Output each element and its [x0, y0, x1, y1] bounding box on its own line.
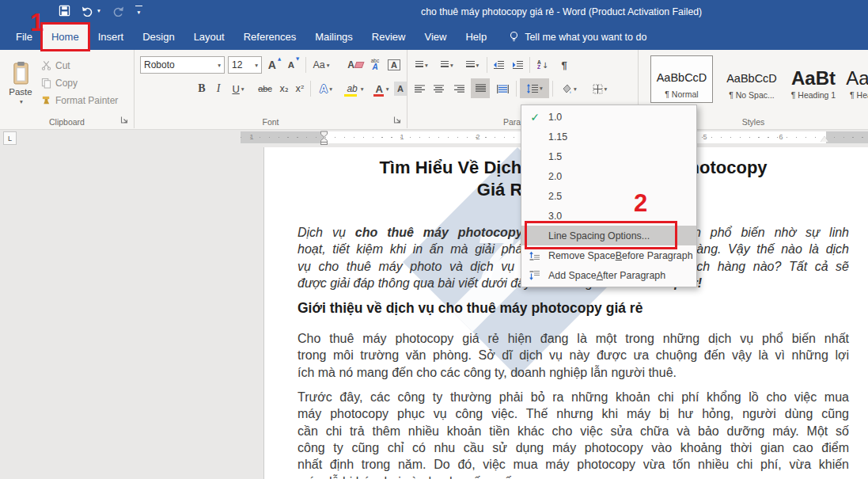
subscript-button[interactable]: x₂: [277, 80, 291, 97]
tell-me-box[interactable]: Tell me what you want to do: [509, 24, 646, 50]
scissors-icon: [41, 60, 51, 70]
clipboard-group-label: Clipboard: [0, 117, 134, 127]
highlight-dropdown-icon: ▾: [361, 86, 364, 93]
change-case-button[interactable]: Aa▾: [309, 56, 333, 74]
decrease-indent-button[interactable]: [490, 56, 507, 74]
align-left-icon: [415, 85, 425, 93]
italic-button[interactable]: I: [212, 80, 225, 97]
style-heading1[interactable]: AaBt ¶ Heading 1: [789, 55, 838, 103]
font-color-button[interactable]: A▾: [370, 80, 392, 97]
menu-item-add-space-after[interactable]: Add Space After Paragraph: [521, 265, 696, 285]
clipboard-dialog-launcher-icon[interactable]: [120, 116, 129, 124]
font-size-combo[interactable]: 12 ▾: [228, 56, 262, 74]
tab-layout[interactable]: Layout: [184, 24, 234, 50]
text-highlight-button[interactable]: ab▾: [342, 80, 367, 97]
style-no-spacing[interactable]: AaBbCcD ¶ No Spac...: [717, 55, 787, 103]
align-left-button[interactable]: [411, 80, 428, 97]
numbering-button[interactable]: ▾: [436, 56, 458, 74]
format-painter-label: Format Painter: [55, 95, 118, 106]
tab-references[interactable]: References: [234, 24, 305, 50]
multilevel-list-button[interactable]: ▾: [461, 56, 483, 74]
indent-markers-icon[interactable]: [320, 131, 328, 145]
menu-item-2.0[interactable]: 2.0: [521, 166, 696, 186]
tab-home[interactable]: Home: [42, 24, 89, 50]
paste-dropdown-icon[interactable]: ▾: [20, 98, 23, 105]
tab-help[interactable]: Help: [456, 24, 496, 50]
font-name-combo[interactable]: Roboto ▾: [140, 56, 225, 74]
tab-selector[interactable]: L: [3, 131, 17, 145]
multilevel-list-icon: [466, 61, 475, 69]
align-right-icon: [454, 85, 464, 93]
align-right-button[interactable]: [450, 80, 468, 97]
character-shading-button[interactable]: A: [394, 82, 407, 96]
menu-item-1.5[interactable]: 1.5: [521, 146, 696, 166]
customize-quick-access-icon[interactable]: ▾: [135, 6, 142, 17]
clear-formatting-button[interactable]: A: [347, 56, 364, 74]
distribute-button[interactable]: [493, 80, 512, 97]
line-spacing-button[interactable]: ▾: [520, 78, 549, 98]
style-no-spacing-preview: AaBbCcD: [726, 67, 777, 90]
menu-item-1.15[interactable]: 1.15: [521, 127, 696, 146]
font-color-bar: [373, 94, 384, 97]
style-heading1-label: ¶ Heading 1: [791, 90, 836, 100]
right-indent-marker[interactable]: [821, 136, 828, 142]
bullets-button[interactable]: ▾: [411, 56, 433, 74]
shrink-font-button[interactable]: A▼: [285, 56, 302, 74]
underline-button[interactable]: U▾: [226, 80, 250, 97]
ruler-number: 5: [703, 133, 707, 141]
eraser-icon: [354, 62, 364, 68]
font-name-dropdown-icon[interactable]: ▾: [218, 62, 221, 69]
paste-button[interactable]: Paste ▾: [5, 55, 36, 112]
ruler-number: 1: [400, 133, 404, 141]
grow-font-icon: ▲: [278, 56, 281, 61]
copy-icon: [41, 78, 51, 89]
cut-button[interactable]: Cut: [41, 59, 70, 72]
format-painter-button[interactable]: Format Painter: [41, 93, 118, 107]
copy-label: Copy: [55, 78, 78, 89]
increase-indent-icon: [512, 60, 524, 70]
borders-button[interactable]: ▾: [586, 80, 613, 97]
window-title: cho thuê máy photocopy giá rẻ - Word (Pr…: [421, 6, 702, 17]
show-hide-pilcrow-button[interactable]: ¶: [556, 56, 572, 74]
grow-font-button[interactable]: A▲: [266, 56, 283, 74]
font-size-dropdown-icon[interactable]: ▾: [255, 62, 258, 69]
style-no-spacing-label: ¶ No Spac...: [729, 90, 775, 100]
text-effects-button[interactable]: A▾: [314, 80, 338, 97]
tab-insert[interactable]: Insert: [89, 24, 134, 50]
superscript-button[interactable]: x²: [293, 80, 307, 97]
sort-button[interactable]: AZ ↓: [533, 56, 553, 74]
change-case-dropdown-icon: ▾: [327, 62, 330, 69]
document-paragraph-2: Trước đây, các công ty thường phải bỏ ra…: [298, 389, 849, 479]
bold-button[interactable]: B: [195, 80, 209, 97]
style-heading2[interactable]: AaB ¶ Headi: [840, 55, 868, 103]
character-border-button[interactable]: A: [386, 56, 402, 74]
paint-bucket-icon: [561, 84, 572, 94]
bullet-list-icon: [415, 61, 423, 69]
style-normal[interactable]: AaBbCcD ¶ Normal: [650, 55, 713, 103]
save-icon[interactable]: [59, 5, 70, 17]
justify-button[interactable]: [471, 78, 490, 98]
add-space-after-icon: [521, 270, 548, 281]
strikethrough-button[interactable]: abc: [255, 80, 275, 97]
redo-icon[interactable]: [112, 6, 124, 17]
undo-icon[interactable]: ▾: [81, 6, 100, 17]
tab-mailings[interactable]: Mailings: [305, 24, 362, 50]
font-name-value: Roboto: [144, 59, 175, 70]
cut-label: Cut: [55, 60, 70, 71]
font-dialog-launcher-icon[interactable]: [393, 116, 402, 124]
copy-button[interactable]: Copy: [41, 76, 78, 89]
menu-item-2.5[interactable]: 2.5: [521, 186, 696, 206]
ribbon-tabs: File Home Insert Design Layout Reference…: [0, 24, 868, 50]
align-center-button[interactable]: [430, 80, 447, 97]
undo-dropdown-icon[interactable]: ▾: [97, 7, 100, 14]
menu-item-1.0[interactable]: ✓ 1.0: [521, 107, 696, 127]
tab-view[interactable]: View: [415, 24, 456, 50]
phonetic-guide-button[interactable]: abc A: [367, 55, 383, 75]
tab-review[interactable]: Review: [362, 24, 415, 50]
borders-dropdown-icon: ▾: [605, 86, 608, 93]
tab-design[interactable]: Design: [133, 24, 184, 50]
shading-button[interactable]: ▾: [556, 80, 582, 97]
justify-icon: [476, 84, 486, 93]
increase-indent-button[interactable]: [509, 56, 526, 74]
ribbon: Paste ▾ Cut Copy Format Painter Clipboar…: [0, 50, 868, 130]
